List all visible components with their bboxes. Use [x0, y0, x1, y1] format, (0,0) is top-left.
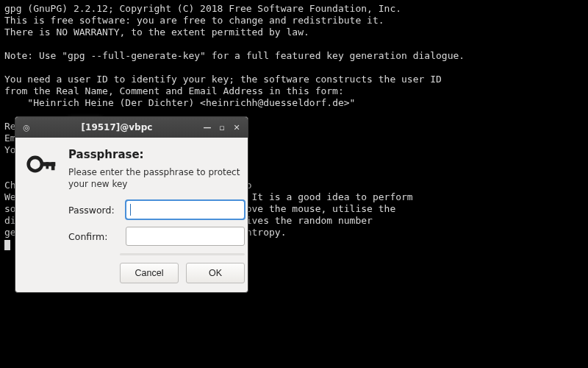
app-menu-icon: ◎ [21, 122, 32, 132]
password-label: Password: [68, 205, 120, 216]
password-input[interactable] [126, 200, 245, 219]
key-icon [26, 148, 58, 180]
text-caret [130, 204, 131, 216]
cancel-button[interactable]: Cancel [120, 263, 179, 283]
strength-bar [120, 253, 245, 255]
terminal-line: from the Real Name, Comment and Email Ad… [4, 85, 584, 97]
terminal-line: "Heinrich Heine (Der Dichter) <heinrichh… [4, 97, 584, 109]
passphrase-dialog: ◎ [19517]@vbpc — ▫ ✕ Passphrase: Please … [15, 116, 248, 293]
dialog-title: [19517]@vbpc [36, 122, 198, 132]
terminal-line: gpg (GnuPG) 2.2.12; Copyright (C) 2018 F… [4, 3, 584, 15]
terminal-line: There is NO WARRANTY, to the extent perm… [4, 26, 584, 38]
terminal-line [4, 38, 584, 50]
dialog-heading: Passphrase: [68, 148, 245, 161]
terminal-line [4, 62, 584, 74]
confirm-label: Confirm: [68, 231, 120, 242]
close-icon[interactable]: ✕ [232, 122, 242, 132]
svg-point-1 [32, 161, 37, 166]
svg-rect-3 [51, 162, 55, 170]
terminal-line: This is free software: you are free to c… [4, 15, 584, 26]
maximize-icon[interactable]: ▫ [217, 122, 227, 132]
ok-button[interactable]: OK [186, 263, 245, 283]
confirm-input[interactable] [126, 227, 245, 246]
dialog-titlebar[interactable]: ◎ [19517]@vbpc — ▫ ✕ [15, 117, 248, 138]
dialog-description: Please enter the passphrase to protect y… [68, 167, 245, 190]
terminal-line: Note: Use "gpg --full-generate-key" for … [4, 50, 584, 62]
terminal-line: You need a user ID to identify your key;… [4, 74, 584, 85]
terminal-cursor [4, 240, 10, 250]
svg-rect-4 [46, 162, 49, 169]
minimize-icon[interactable]: — [202, 122, 212, 132]
